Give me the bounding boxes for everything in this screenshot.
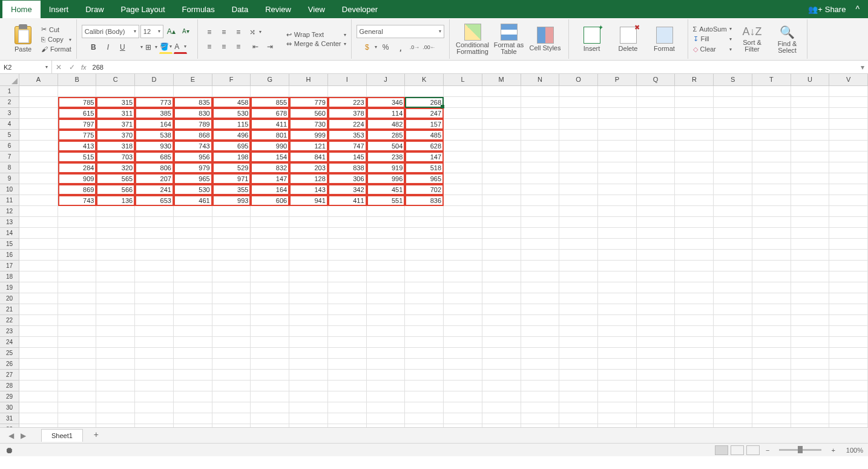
cell-B10[interactable]: 869 [58, 184, 97, 195]
decrease-decimal-button[interactable]: .00← [422, 41, 436, 54]
format-painter-button[interactable]: 🖌Format [41, 45, 71, 53]
cell-Q19[interactable] [637, 282, 676, 293]
cell-N2[interactable] [521, 97, 560, 108]
cell-L2[interactable] [444, 97, 482, 108]
cell-O5[interactable] [559, 130, 598, 141]
cell-M5[interactable] [482, 130, 521, 141]
cell-C25[interactable] [96, 348, 135, 359]
format-as-table-button[interactable]: Format as Table [491, 24, 527, 55]
cell-Q17[interactable] [637, 261, 676, 271]
cell-Q16[interactable] [637, 250, 676, 261]
tab-insert[interactable]: Insert [41, 1, 77, 18]
align-middle-button[interactable]: ≡ [217, 25, 231, 39]
cell-H16[interactable] [289, 250, 328, 261]
cell-H1[interactable] [289, 86, 328, 97]
cell-O24[interactable] [559, 337, 598, 348]
cell-K2[interactable]: 268 [405, 97, 444, 108]
row-header-7[interactable]: 7 [0, 151, 19, 162]
cell-C3[interactable]: 311 [96, 108, 135, 119]
cell-P23[interactable] [598, 326, 637, 337]
cell-U22[interactable] [791, 315, 830, 326]
cell-K21[interactable] [405, 304, 444, 315]
row-header-23[interactable]: 23 [0, 326, 19, 337]
cell-U5[interactable] [791, 130, 830, 141]
cell-S11[interactable] [714, 195, 752, 206]
cell-A18[interactable] [19, 271, 58, 282]
cell-A11[interactable] [19, 195, 58, 206]
cell-U15[interactable] [791, 239, 830, 250]
cell-R1[interactable] [675, 86, 714, 97]
column-header-U[interactable]: U [791, 74, 830, 85]
cell-S13[interactable] [714, 217, 752, 228]
cell-D28[interactable] [135, 381, 174, 391]
cell-K7[interactable]: 147 [405, 151, 444, 162]
cell-A9[interactable] [19, 173, 58, 184]
cell-G2[interactable]: 855 [251, 97, 289, 108]
cell-O10[interactable] [559, 184, 598, 195]
cell-J5[interactable]: 285 [367, 130, 406, 141]
cell-G20[interactable] [251, 293, 289, 304]
cell-O11[interactable] [559, 195, 598, 206]
cell-Q14[interactable] [637, 228, 676, 239]
row-header-29[interactable]: 29 [0, 391, 19, 402]
cell-L29[interactable] [444, 391, 482, 402]
cell-J7[interactable]: 238 [367, 151, 406, 162]
cell-C27[interactable] [96, 370, 135, 381]
cell-V14[interactable] [829, 228, 868, 239]
cell-P18[interactable] [598, 271, 637, 282]
cell-V2[interactable] [829, 97, 868, 108]
cell-V24[interactable] [829, 337, 868, 348]
cell-Q3[interactable] [637, 108, 676, 119]
cell-G31[interactable] [251, 413, 289, 424]
cell-I18[interactable] [328, 271, 367, 282]
row-header-26[interactable]: 26 [0, 359, 19, 370]
cell-N20[interactable] [521, 293, 560, 304]
cell-L32[interactable] [444, 424, 482, 427]
cell-U7[interactable] [791, 151, 830, 162]
formula-value[interactable]: 268 [89, 64, 107, 71]
cell-T32[interactable] [752, 424, 791, 427]
cell-N17[interactable] [521, 261, 560, 271]
cell-D32[interactable] [135, 424, 174, 427]
cell-D2[interactable]: 773 [135, 97, 174, 108]
cell-J16[interactable] [367, 250, 406, 261]
cell-P29[interactable] [598, 391, 637, 402]
cell-K3[interactable]: 247 [405, 108, 444, 119]
cell-H32[interactable] [289, 424, 328, 427]
cell-C30[interactable] [96, 402, 135, 413]
cell-V13[interactable] [829, 217, 868, 228]
cell-S27[interactable] [714, 370, 752, 381]
cell-E27[interactable] [174, 370, 212, 381]
cell-O32[interactable] [559, 424, 598, 427]
cell-I2[interactable]: 223 [328, 97, 367, 108]
cell-I4[interactable]: 224 [328, 119, 367, 130]
cell-V6[interactable] [829, 141, 868, 151]
cell-I5[interactable]: 353 [328, 130, 367, 141]
cell-O15[interactable] [559, 239, 598, 250]
cell-G9[interactable]: 147 [251, 173, 289, 184]
cell-M23[interactable] [482, 326, 521, 337]
cell-F2[interactable]: 458 [212, 97, 251, 108]
cell-A4[interactable] [19, 119, 58, 130]
column-header-L[interactable]: L [444, 74, 482, 85]
cell-V16[interactable] [829, 250, 868, 261]
cell-S15[interactable] [714, 239, 752, 250]
cell-B2[interactable]: 785 [58, 97, 97, 108]
cell-C6[interactable]: 318 [96, 141, 135, 151]
cell-J22[interactable] [367, 315, 406, 326]
cell-G1[interactable] [251, 86, 289, 97]
cell-G13[interactable] [251, 217, 289, 228]
cell-P13[interactable] [598, 217, 637, 228]
row-header-27[interactable]: 27 [0, 370, 19, 381]
cell-M16[interactable] [482, 250, 521, 261]
column-header-I[interactable]: I [328, 74, 367, 85]
cell-H31[interactable] [289, 413, 328, 424]
cell-L19[interactable] [444, 282, 482, 293]
cell-P20[interactable] [598, 293, 637, 304]
cell-R17[interactable] [675, 261, 714, 271]
cell-L9[interactable] [444, 173, 482, 184]
cell-N12[interactable] [521, 206, 560, 217]
cell-O14[interactable] [559, 228, 598, 239]
cell-F27[interactable] [212, 370, 251, 381]
cell-R14[interactable] [675, 228, 714, 239]
